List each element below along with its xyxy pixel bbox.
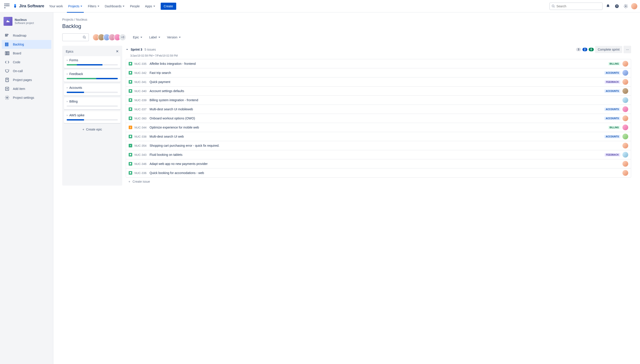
nav-item-apps[interactable]: Apps [143, 0, 157, 12]
assignee-avatar[interactable] [622, 70, 628, 76]
board-icon [5, 50, 10, 56]
issue-label: BILLING [608, 62, 620, 66]
search-input[interactable] [556, 4, 600, 8]
issue-row[interactable]: NUC-346Adapt web app no new payments pro… [126, 159, 631, 168]
epic-card[interactable]: ›Billing [64, 98, 120, 110]
sidebar-item-code[interactable]: Code [2, 58, 51, 66]
main-content: Projects / Nucleus Backlog +3 EpicLabelV… [53, 12, 640, 364]
close-icon[interactable]: ✕ [116, 49, 119, 54]
issue-row[interactable]: NUC-354Shopping cart purchasing error - … [126, 141, 631, 150]
svg-rect-6 [5, 34, 8, 35]
help-icon[interactable]: ? [613, 3, 620, 10]
sidebar-item-board[interactable]: Board [2, 49, 51, 58]
issue-row[interactable]: NUC-341Quick paymentFEEDBACK [126, 78, 631, 86]
epics-panel: Epics ✕ ›Forms›Feedback›Accounts›Billing… [62, 46, 122, 186]
assignee-avatar[interactable] [622, 143, 628, 148]
issue-row[interactable]: NUC-344Optimize experience for mobile we… [126, 123, 631, 132]
epic-card[interactable]: ›Forms [64, 56, 120, 68]
issue-row[interactable]: NUC-336Quick booking for accomodations -… [126, 168, 631, 177]
issue-summary: Account settings defaults [150, 89, 602, 93]
filter-epic[interactable]: Epic [132, 34, 143, 40]
product-logo[interactable]: Jira Software [13, 4, 44, 9]
assignee-avatar[interactable] [622, 61, 628, 66]
top-navigation: Jira Software Your workProjectsFiltersDa… [0, 0, 640, 12]
epic-card[interactable]: ›Accounts [64, 84, 120, 96]
breadcrumb-root[interactable]: Projects [62, 18, 74, 21]
issue-row[interactable]: NUC-335Affelite links integration - fron… [126, 59, 631, 68]
nav-label: Apps [145, 4, 152, 8]
oncall-icon [5, 68, 10, 74]
epic-name: Feedback [69, 72, 83, 76]
nav-item-projects[interactable]: Projects [66, 0, 85, 12]
sidebar-item-project-settings[interactable]: Project settings [2, 93, 51, 102]
create-epic-button[interactable]: + Create epic [64, 125, 120, 134]
assignee-avatar[interactable] [622, 170, 628, 176]
assignee-avatar[interactable] [622, 79, 628, 85]
issue-summary: Optimize experience for mobile web [150, 126, 606, 129]
breadcrumb[interactable]: Projects / Nucleus [62, 18, 631, 21]
sidebar-item-project-pages[interactable]: Project pages [2, 76, 51, 84]
issue-row[interactable]: NUC-340Account settings defaultsACCOUNTS [126, 86, 631, 96]
profile-avatar[interactable] [631, 3, 637, 9]
issue-row[interactable]: NUC-338Multi-dest search UI webACCOUNTS [126, 132, 631, 141]
assignee-filter[interactable]: +3 [92, 34, 126, 41]
filter-version[interactable]: Version [166, 34, 182, 40]
page-title: Backlog [62, 23, 631, 29]
assignee-avatar[interactable] [622, 97, 628, 103]
assignee-avatar[interactable] [622, 106, 628, 112]
nav-label: Filters [88, 4, 96, 8]
epic-name: AWS spike [69, 114, 84, 117]
issue-row[interactable]: NUC-360Onboard workout options (OWO)ACCO… [126, 114, 631, 123]
issue-label: FEEDBACK [605, 153, 620, 156]
filter-label: Label [149, 36, 157, 39]
sidebar-item-add-item[interactable]: Add item [2, 84, 51, 93]
chevron-right-icon: › [67, 100, 68, 103]
issue-type-icon [129, 135, 132, 138]
sprint-name[interactable]: Sprint 3 [131, 48, 142, 51]
global-search[interactable] [549, 2, 603, 10]
assignee-avatar[interactable] [622, 152, 628, 158]
search-icon [83, 36, 86, 39]
nav-item-filters[interactable]: Filters [86, 0, 102, 12]
issue-row[interactable]: NUC-342Fast trip searchACCOUNTS [126, 68, 631, 78]
breadcrumb-project[interactable]: Nucleus [76, 18, 87, 21]
notifications-icon[interactable] [604, 3, 611, 10]
issue-key: NUC-335 [134, 62, 147, 66]
svg-line-22 [85, 38, 86, 38]
issue-type-icon [129, 126, 132, 129]
assignee-avatar[interactable] [622, 116, 628, 121]
sidebar-item-on-call[interactable]: On-call [2, 66, 51, 76]
create-issue-button[interactable]: + Create issue [126, 178, 631, 186]
assignee-avatar[interactable] [622, 134, 628, 140]
assignee-avatar[interactable] [622, 161, 628, 167]
create-button[interactable]: Create [161, 3, 176, 10]
filter-label[interactable]: Label [148, 34, 161, 40]
epic-card[interactable]: ›Feedback [64, 70, 120, 82]
complete-sprint-button[interactable]: Complete sprint [595, 46, 622, 53]
sidebar-item-roadmap[interactable]: Roadmap [2, 31, 51, 40]
nav-item-dashboards[interactable]: Dashboards [103, 0, 127, 12]
nav-item-your-work[interactable]: Your work [47, 0, 65, 12]
issue-row[interactable]: NUC-339Billing system integration - fron… [126, 96, 631, 105]
epic-card[interactable]: ›AWS spike [64, 111, 120, 123]
issue-label: FEEDBACK [605, 80, 620, 84]
avatar-more[interactable]: +3 [119, 34, 126, 41]
project-sidebar: Nucleus Software project RoadmapBacklogB… [0, 12, 53, 364]
chevron-down-icon[interactable] [126, 48, 128, 51]
issue-type-icon [129, 62, 132, 66]
assignee-avatar[interactable] [622, 88, 628, 94]
nav-item-people[interactable]: People [128, 0, 142, 12]
sidebar-item-backlog[interactable]: Backlog [2, 40, 51, 49]
project-header[interactable]: Nucleus Software project [2, 17, 51, 29]
svg-rect-12 [7, 52, 8, 55]
assignee-avatar[interactable] [622, 124, 628, 130]
settings-icon[interactable] [622, 3, 629, 10]
jira-icon [13, 4, 18, 9]
sprint-more-button[interactable]: ⋯ [623, 46, 631, 53]
backlog-search[interactable] [62, 33, 89, 41]
create-issue-label: Create issue [132, 180, 150, 183]
chevron-down-icon [140, 36, 142, 38]
app-switcher-icon[interactable] [5, 4, 10, 9]
issue-row[interactable]: NUC-337Multi-dest search UI mobilewebACC… [126, 105, 631, 114]
issue-row[interactable]: NUC-343Fluid booking on tabletsFEEDBACK [126, 150, 631, 159]
